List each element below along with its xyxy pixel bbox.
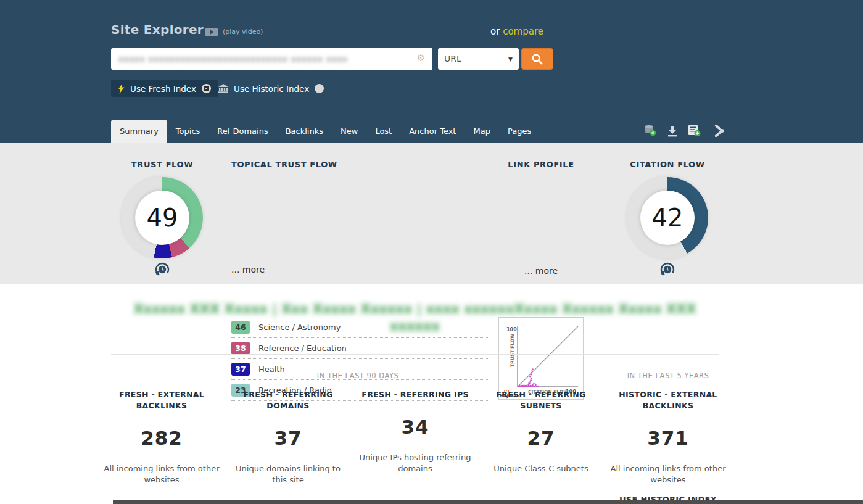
url-type-select[interactable]: URL ▼ [438, 48, 519, 70]
download-icon[interactable] [667, 125, 678, 137]
tab-map[interactable]: Map [465, 120, 498, 143]
stats-divider-rule [111, 354, 719, 355]
trust-flow-history-icon[interactable] [154, 262, 170, 280]
page-heading-line1: Xxxxxx XXX Xxxxx | Xxx Xxxxx Xxxxxx | xx… [111, 300, 719, 318]
tab-action-icons [643, 125, 724, 137]
tab-backlinks[interactable]: Backlinks [277, 120, 332, 143]
stat-desc: All incoming links from other websites [103, 463, 220, 485]
stat-value: 27 [482, 427, 600, 449]
page-heading-redacted: Xxxxxx XXX Xxxxx | Xxx Xxxxx Xxxxxx | xx… [111, 300, 719, 335]
compare-link[interactable]: compare [503, 26, 543, 37]
tab-summary[interactable]: Summary [111, 120, 167, 143]
topical-trust-flow-title: TOPICAL TRUST FLOW [231, 160, 337, 169]
search-options-gear-icon[interactable]: ⚙ [417, 52, 425, 64]
stat-title: FRESH - REFERRING DOMAINS [229, 389, 347, 411]
bank-icon [218, 84, 228, 93]
next-section-header-bar [113, 500, 863, 504]
topical-row-reference[interactable]: 38 Reference / Education [231, 338, 490, 359]
stat-value: 371 [609, 427, 727, 449]
page-title: Site Explorer [111, 22, 204, 37]
trust-flow-donut: 49 [122, 177, 203, 258]
stat-title: FRESH - REFERRING IPS [357, 389, 474, 400]
use-historic-index-toggle[interactable]: Use Historic Index [218, 80, 324, 97]
stat-fresh-referring-domains: FRESH - REFERRING DOMAINS 37 Unique doma… [229, 389, 347, 485]
stat-historic-external-backlinks: HISTORIC - EXTERNAL BACKLINKS 371 All in… [609, 389, 727, 504]
lightning-icon [118, 84, 125, 94]
use-fresh-index-toggle[interactable]: Use Fresh Index [111, 80, 218, 97]
topic-label: Reference / Education [258, 344, 347, 353]
fresh-index-label: Use Fresh Index [130, 84, 196, 94]
stat-fresh-referring-subnets: FRESH - REFERRING SUBNETS 27 Unique Clas… [482, 389, 600, 474]
historic-index-label: Use Historic Index [234, 84, 309, 94]
play-video-label: (play video) [223, 28, 263, 36]
add-to-bucket-icon[interactable] [643, 125, 657, 137]
search-icon [531, 52, 544, 66]
fresh-index-radio[interactable] [202, 84, 211, 93]
video-icon [205, 27, 218, 36]
tab-new[interactable]: New [332, 120, 366, 143]
citation-flow-donut: 42 [627, 177, 708, 258]
citation-flow-title: CITATION FLOW [627, 160, 708, 169]
search-input[interactable]: xxxxx xxxxxxxxxxxxxxxxxxxxxxxxxx xxxxxx … [111, 48, 432, 70]
tab-ref-domains[interactable]: Ref Domains [209, 120, 276, 143]
citation-flow-value: 42 [627, 177, 708, 258]
fresh-historic-divider [608, 387, 608, 500]
stat-fresh-external-backlinks: FRESH - EXTERNAL BACKLINKS 282 All incom… [103, 389, 220, 485]
y-axis-title: TRUST FLOW [510, 333, 515, 367]
url-type-value: URL [444, 54, 461, 64]
flow-metrics-band: TRUST FLOW TOPICAL TRUST FLOW LINK PROFI… [0, 143, 863, 284]
page-heading-line2: xxxxxx [111, 318, 719, 335]
stat-value: 282 [103, 427, 220, 449]
group-label-90-days: IN THE LAST 90 DAYS [111, 371, 605, 380]
topical-more-link[interactable]: ... more [231, 265, 265, 275]
stat-title: FRESH - EXTERNAL BACKLINKS [103, 389, 220, 411]
tab-topics[interactable]: Topics [167, 120, 209, 143]
stat-value: 34 [357, 416, 474, 438]
tools-icon[interactable] [711, 125, 724, 137]
stat-title: HISTORIC - EXTERNAL BACKLINKS [609, 389, 727, 411]
stat-desc: Unique IPs hosting referring domains [357, 452, 474, 474]
link-profile-more-link[interactable]: ... more [498, 266, 584, 276]
tab-anchor-text[interactable]: Anchor Text [400, 120, 465, 143]
header: Site Explorer (play video) or compare xx… [0, 0, 863, 143]
create-report-icon[interactable] [688, 125, 701, 137]
tab-lost[interactable]: Lost [366, 120, 400, 143]
link-profile-title: LINK PROFILE [493, 160, 588, 169]
chevron-down-icon: ▼ [508, 49, 513, 70]
stat-title: FRESH - REFERRING SUBNETS [482, 389, 600, 411]
tab-bar: Summary Topics Ref Domains Backlinks New… [111, 120, 540, 143]
tab-pages[interactable]: Pages [499, 120, 540, 143]
or-compare: or compare [490, 26, 543, 37]
stat-desc: All incoming links from other websites [609, 463, 727, 485]
stat-fresh-referring-ips: FRESH - REFERRING IPS 34 Unique IPs host… [357, 389, 474, 474]
search-value-redacted: xxxxx xxxxxxxxxxxxxxxxxxxxxxxxxx xxxxxx … [118, 54, 348, 64]
trust-flow-value: 49 [122, 177, 203, 258]
citation-flow-history-icon[interactable] [659, 262, 675, 280]
play-video-link[interactable]: (play video) [205, 27, 263, 36]
next-section-top-line [113, 498, 863, 498]
stat-value: 37 [229, 427, 347, 449]
topic-score-badge: 38 [231, 342, 250, 355]
stat-desc: Unique Class-C subnets [482, 463, 600, 474]
historic-index-radio[interactable] [315, 84, 324, 93]
trust-flow-title: TRUST FLOW [111, 160, 213, 169]
stat-desc: Unique domains linking to this site [229, 463, 347, 485]
search-button[interactable] [521, 48, 553, 70]
group-label-5-years: IN THE LAST 5 YEARS [608, 371, 729, 380]
or-label: or [490, 26, 500, 37]
